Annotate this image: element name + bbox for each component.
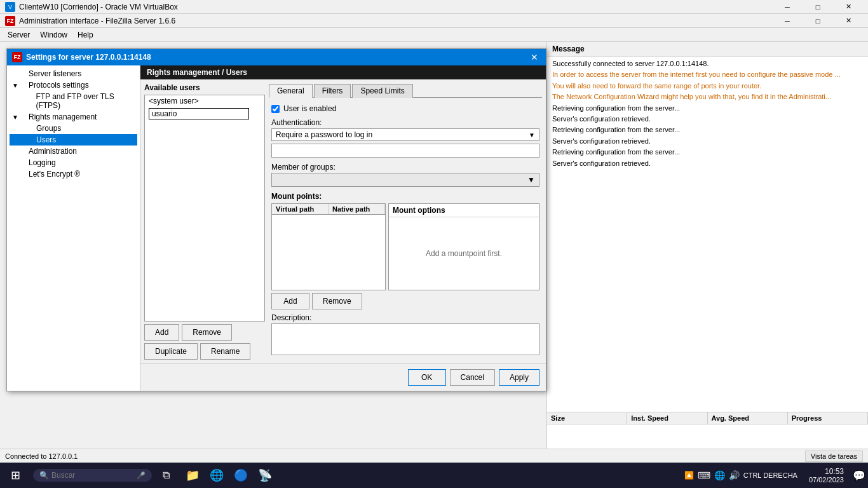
mount-body: Virtual path Native path Mount options [271, 203, 539, 290]
vista-de-tareas-btn[interactable]: Vista de tareas [805, 451, 863, 462]
settings-right-panel: Rights management / Users Available user… [140, 65, 546, 391]
virtual-path-col: Virtual path [272, 204, 329, 214]
vbox-close-btn[interactable]: ✕ [834, 0, 863, 14]
volume-icon[interactable]: 🔊 [729, 470, 740, 480]
system-user-item[interactable]: <system user> [145, 95, 264, 107]
fz-close-btn[interactable]: ✕ [834, 14, 863, 28]
mount-table: Virtual path Native path [271, 203, 386, 290]
start-button[interactable]: ⊞ [0, 463, 31, 488]
mount-remove-btn[interactable]: Remove [312, 293, 362, 309]
sidebar-item-groups[interactable]: Groups [10, 123, 137, 134]
users-listbox[interactable]: <system user> [144, 95, 265, 322]
message-panel: Message Successfully connected to server… [546, 42, 868, 412]
dialog-close-btn[interactable]: ✕ [528, 51, 541, 64]
mount-table-body [272, 215, 385, 278]
mount-table-header: Virtual path Native path [272, 204, 385, 215]
sidebar-item-ftp-ftps[interactable]: FTP and FTP over TLS (FTPS) [10, 91, 137, 111]
dialog-title-icon: FZ [12, 52, 22, 62]
search-input[interactable] [51, 471, 134, 480]
ctrl-label: CTRL DERECHA [743, 471, 797, 479]
menu-window[interactable]: Window [35, 29, 72, 41]
vbox-minimize-btn[interactable]: ─ [773, 0, 802, 14]
native-path-col: Native path [329, 204, 385, 214]
fz-menubar: Server Window Help [0, 28, 868, 42]
tray-up-arrow[interactable]: 🔼 [684, 471, 694, 480]
user-enabled-checkbox[interactable] [271, 105, 280, 113]
edge-taskbar-btn[interactable]: 🌐 [205, 464, 228, 487]
sidebar-item-letsencrypt[interactable]: Let's Encrypt ® [10, 168, 137, 180]
fz-titlebar: FZ Administration interface - FileZilla … [0, 14, 868, 28]
ok-btn[interactable]: OK [408, 369, 446, 386]
fz-maximize-btn[interactable]: □ [803, 14, 832, 28]
cancel-btn[interactable]: Cancel [450, 369, 495, 386]
file-explorer-taskbar-btn[interactable]: 📁 [181, 464, 204, 487]
mount-add-remove: Add Remove [271, 293, 539, 309]
msg-5: Server's configuration retrieved. [552, 114, 863, 124]
groups-dropdown-arrow: ▼ [527, 175, 535, 184]
statusbar: Connected to 127.0.0.1 Vista de tareas [0, 449, 868, 463]
transfer-header: Size Inst. Speed Avg. Speed Progress [547, 412, 868, 424]
vbox-window-controls: ─ □ ✕ [773, 0, 863, 14]
mount-add-btn[interactable]: Add [271, 293, 309, 309]
duplicate-user-btn[interactable]: Duplicate [144, 343, 198, 360]
sidebar-item-logging[interactable]: Logging [10, 157, 137, 168]
search-icon: 🔍 [39, 471, 49, 480]
sidebar-item-administration[interactable]: Administration [10, 146, 137, 157]
description-textarea[interactable] [271, 323, 539, 355]
sidebar-item-rights-management[interactable]: ▼ Rights management [10, 111, 137, 123]
users-container: Available users <system user> Add Re [144, 83, 542, 360]
add-user-btn[interactable]: Add [144, 324, 179, 341]
panel-header: Rights management / Users [140, 65, 546, 79]
tab-general[interactable]: General [269, 84, 313, 98]
rename-user-btn[interactable]: Rename [200, 343, 250, 360]
user-enabled-row: User is enabled [271, 104, 539, 113]
notification-btn[interactable]: 💬 [850, 463, 868, 488]
auth-dropdown[interactable]: Require a password to log in ▼ [271, 128, 539, 141]
statusbar-text: Connected to 127.0.0.1 [5, 452, 805, 460]
tab-speed-limits[interactable]: Speed Limits [352, 84, 412, 98]
search-bar[interactable]: 🔍 🎤 [33, 469, 152, 482]
vbox-maximize-btn[interactable]: □ [803, 0, 832, 14]
fz-minimize-btn[interactable]: ─ [773, 14, 802, 28]
msg-9: Server's configuration retrieved. [552, 159, 863, 168]
auth-section: Authentication: Require a password to lo… [271, 118, 539, 158]
users-section: Available users <system user> Add Re [140, 79, 546, 363]
network-icon: 🌐 [714, 470, 725, 480]
msg-2: You will also need to forward the same r… [552, 81, 863, 91]
settings-sidebar: Server listeners ▼ Protocols settings FT… [7, 65, 140, 391]
sidebar-item-server-listeners[interactable]: Server listeners [10, 68, 137, 79]
auth-label: Authentication: [271, 118, 539, 127]
groups-dropdown[interactable]: ▼ [271, 173, 539, 187]
fz-taskbar-btn[interactable]: 📡 [254, 464, 276, 487]
usuario-item[interactable] [145, 107, 264, 121]
fz-title-text: Administration interface - FileZilla Ser… [19, 17, 773, 25]
auth-password-field[interactable] [271, 144, 539, 158]
mount-options-header: Mount options [389, 204, 539, 217]
groups-section: Member of groups: ▼ [271, 163, 539, 187]
remove-user-btn[interactable]: Remove [182, 324, 232, 341]
apply-btn[interactable]: Apply [499, 369, 539, 386]
message-title: Message [547, 42, 868, 57]
dialog-body: Server listeners ▼ Protocols settings FT… [7, 65, 546, 391]
msg-4: Retrieving configuration from the server… [552, 104, 863, 113]
chrome-taskbar-btn[interactable]: 🔵 [229, 464, 252, 487]
sidebar-item-protocols-settings[interactable]: ▼ Protocols settings [10, 79, 137, 91]
user-name-input[interactable] [149, 108, 249, 119]
mount-label: Mount points: [271, 192, 539, 201]
message-body: Successfully connected to server 127.0.0… [547, 57, 868, 412]
task-view-btn[interactable]: ⧉ [154, 464, 177, 487]
clock[interactable]: 10:53 07/02/2023 [803, 467, 850, 484]
auth-dropdown-arrow: ▼ [529, 132, 535, 139]
win10-taskbar: ⊞ 🔍 🎤 ⧉ 📁 🌐 🔵 📡 🔼 ⌨ 🌐 🔊 CTRL DERECHA 10:… [0, 463, 868, 488]
filezilla-window: FZ Administration interface - FileZilla … [0, 14, 868, 488]
sidebar-item-users[interactable]: Users [10, 134, 137, 146]
description-section: Description: [271, 313, 539, 357]
main-area: FZ Settings for server 127.0.0.1:14148 ✕… [0, 42, 868, 488]
users-right-panel: General Filters Speed Limits User is ena… [269, 83, 542, 360]
menu-server[interactable]: Server [3, 29, 35, 41]
menu-help[interactable]: Help [72, 29, 98, 41]
dialog-titlebar: FZ Settings for server 127.0.0.1:14148 ✕ [7, 49, 546, 65]
tab-filters[interactable]: Filters [314, 84, 351, 98]
keyboard-icon: ⌨ [698, 470, 710, 480]
settings-dialog: FZ Settings for server 127.0.0.1:14148 ✕… [6, 48, 546, 391]
